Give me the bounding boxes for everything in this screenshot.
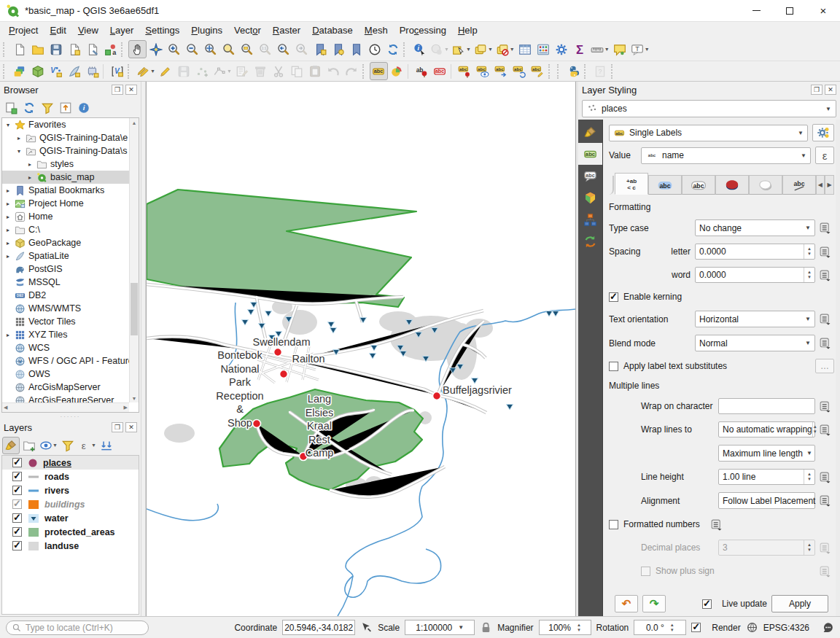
wrap-lines-input[interactable]: No automatic wrapping▲▼	[718, 421, 815, 437]
layer-visibility-checkbox[interactable]	[12, 541, 22, 551]
expander-icon[interactable]: ▸	[7, 201, 15, 207]
browser-tool-button[interactable]	[39, 99, 56, 117]
browser-item[interactable]: ▸ styles	[2, 157, 129, 171]
toolbar-button[interactable]: ▼	[472, 40, 494, 58]
toolbar-button[interactable]	[516, 40, 534, 58]
toolbar-button[interactable]	[274, 40, 292, 58]
toolbar-button[interactable]: a	[101, 40, 120, 58]
toolbar-button[interactable]: V	[108, 62, 126, 80]
toolbar-button[interactable]: V	[47, 62, 65, 80]
browser-item[interactable]: ▸ C:\	[2, 223, 129, 236]
toolbar-button[interactable]	[252, 62, 270, 80]
browser-item[interactable]: OWS	[2, 367, 129, 381]
browser-item[interactable]: ▸ SpatiaLite	[2, 249, 129, 262]
toolbar-button[interactable]	[10, 40, 28, 58]
type-case-select[interactable]: No change▼	[695, 219, 815, 236]
toolbar-button[interactable]	[65, 40, 83, 58]
browser-item[interactable]: Vector Tiles	[2, 315, 129, 328]
dropdown-arrow-icon[interactable]: ▼	[444, 47, 449, 52]
browser-item[interactable]: PostGIS	[2, 262, 129, 276]
dropdown-arrow-icon[interactable]: ▼	[488, 47, 493, 52]
toolbar-button[interactable]: ▼	[451, 40, 472, 58]
browser-item[interactable]: WCS	[2, 341, 129, 354]
label-settings-tab[interactable]: abc	[782, 175, 816, 195]
toolbar-button[interactable]	[47, 40, 65, 58]
styling-sidebar-item[interactable]	[578, 209, 602, 230]
expression-builder-button[interactable]: ε	[815, 147, 834, 164]
toolbar-button[interactable]	[292, 40, 311, 58]
layers-tool-button[interactable]	[2, 437, 20, 454]
expander-icon[interactable]: ▸	[28, 174, 36, 181]
alignment-select[interactable]: Follow Label Placement▼	[718, 492, 815, 509]
toolbar-button[interactable]	[365, 40, 384, 58]
toolbar-button[interactable]	[324, 62, 343, 80]
menu-item[interactable]: Edit	[44, 23, 71, 37]
override-button[interactable]	[815, 244, 834, 260]
toolbar-button[interactable]: i	[411, 40, 429, 58]
expander-icon[interactable]: ▸	[7, 253, 15, 260]
toolbar-button[interactable]	[564, 62, 583, 80]
layers-tool-button[interactable]: ▼	[39, 437, 58, 454]
styling-sidebar-item[interactable]	[578, 121, 602, 143]
label-settings-tab[interactable]	[715, 175, 749, 195]
decimal-places-input[interactable]: 3▲▼	[718, 540, 815, 556]
toolbar-button[interactable]	[343, 62, 361, 80]
map-canvas[interactable]: SwellendamRailtonBontebokNationalParkRec…	[146, 82, 576, 616]
override-button[interactable]	[815, 398, 834, 414]
menu-item[interactable]: Raster	[267, 23, 306, 37]
layer-row[interactable]: places	[2, 456, 139, 470]
browser-item[interactable]: ▸ Project Home	[2, 197, 129, 210]
label-settings-tab[interactable]: abc	[682, 175, 715, 195]
line-height-input[interactable]: 1.00 line▲▼	[718, 469, 815, 485]
menu-item[interactable]: Database	[306, 23, 359, 37]
menu-item[interactable]: Settings	[139, 23, 185, 37]
toolbar-button[interactable]	[175, 62, 193, 80]
toolbar-button[interactable]	[28, 62, 47, 80]
menu-item[interactable]: Mesh	[359, 23, 394, 37]
layer-visibility-checkbox[interactable]	[12, 499, 22, 509]
toolbar-button[interactable]	[388, 62, 406, 80]
tab-scroll-left[interactable]: ◀	[816, 175, 825, 195]
toolbar-button[interactable]: ▼	[429, 40, 451, 58]
toolbar-button[interactable]: abc	[370, 62, 388, 80]
browser-tool-button[interactable]	[57, 99, 74, 117]
toolbar-button[interactable]	[165, 40, 183, 58]
messages-bubble-icon[interactable]	[822, 621, 834, 634]
browser-item[interactable]: ArcGisFeatureServer	[2, 394, 129, 402]
layer-visibility-checkbox[interactable]	[12, 472, 22, 481]
menu-item[interactable]: View	[72, 23, 104, 37]
menu-item[interactable]: Layer	[104, 23, 140, 37]
styling-sidebar-item[interactable]	[578, 187, 602, 209]
styling-sidebar-item[interactable]: abc	[578, 143, 602, 165]
toolbar-button[interactable]	[28, 40, 47, 58]
toolbar-button[interactable]	[10, 62, 28, 80]
menu-item[interactable]: Plugins	[185, 23, 228, 37]
substitutes-ellipsis-button[interactable]: …	[815, 359, 834, 373]
toolbar-button[interactable]: abc	[492, 62, 510, 80]
browser-item[interactable]: ▸ Home	[2, 210, 129, 223]
label-substitutes-checkbox[interactable]	[609, 362, 618, 371]
text-orientation-select[interactable]: Horizontal▼	[695, 311, 815, 327]
layer-row[interactable]: protected_areas	[2, 525, 139, 539]
toolbar-button[interactable]	[83, 62, 101, 80]
expander-icon[interactable]: ▸	[7, 214, 15, 220]
expander-icon[interactable]: ▸	[7, 227, 15, 233]
browser-item[interactable]: ▾ QGIS-Training-Data\s	[2, 144, 129, 157]
browser-item[interactable]: ▸ Spatial Bookmarks	[2, 184, 129, 197]
browser-item[interactable]: ▾ Favorites	[2, 118, 129, 131]
tab-scroll-right[interactable]: ▶	[825, 175, 834, 195]
close-button[interactable]: ×	[806, 0, 840, 21]
toolbar-button[interactable]: abc	[431, 62, 449, 80]
redo-style-button[interactable]: ↷	[642, 595, 666, 612]
maximize-button[interactable]	[773, 0, 806, 21]
toolbar-button[interactable]: abc	[456, 62, 474, 80]
layer-visibility-checkbox[interactable]	[12, 513, 22, 523]
menu-item[interactable]: Help	[452, 23, 483, 37]
expander-icon[interactable]: ▸	[28, 161, 36, 168]
expander-icon[interactable]: ▸	[7, 187, 15, 194]
menu-item[interactable]: Vector	[228, 23, 267, 37]
toolbar-button[interactable]	[306, 62, 324, 80]
browser-tool-button[interactable]	[2, 99, 20, 117]
expander-icon[interactable]: ▾	[7, 122, 15, 128]
override-button[interactable]	[815, 469, 834, 485]
